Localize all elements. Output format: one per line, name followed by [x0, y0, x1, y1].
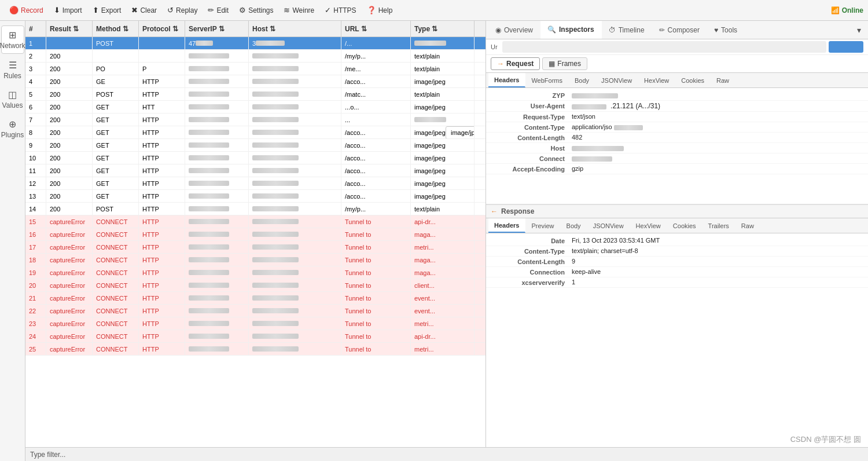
col-header-serverip[interactable]: ServerIP ⇅: [185, 21, 249, 36]
req-sub-tab-jsonview[interactable]: JSONView: [595, 73, 638, 87]
table-row[interactable]: 15captureErrorCONNECTHTTPTunnel toapi-dr…: [25, 215, 486, 228]
tab-timeline[interactable]: ⏱ Timeline: [602, 21, 652, 39]
cell-serverip: [185, 266, 249, 279]
cell-host: [249, 330, 341, 342]
sidebar-item-values[interactable]: ◫ Values: [1, 86, 24, 113]
table-row[interactable]: 20captureErrorCONNECTHTTPTunnel toclient…: [25, 279, 486, 292]
cell-host: [249, 50, 341, 62]
cell-type: [411, 37, 475, 49]
col-header-type[interactable]: Type ⇅: [411, 21, 475, 36]
table-row[interactable]: 12200GETHTTP/acco...image/jpeg: [25, 177, 486, 190]
sidebar-item-plugins[interactable]: ⊕ Plugins: [1, 115, 24, 142]
col-header-host[interactable]: Host ⇅: [249, 21, 341, 36]
settings-button[interactable]: ⚙ Settings: [234, 4, 278, 16]
table-row[interactable]: 25captureErrorCONNECTHTTPTunnel tometri.…: [25, 343, 486, 356]
table-row[interactable]: 2200/my/p...text/plain: [25, 50, 486, 63]
cell-protocol: P: [139, 63, 185, 75]
clear-button[interactable]: ✖ Clear: [127, 4, 161, 16]
table-row[interactable]: 4200GEHTTP/acco...image/jpeg: [25, 75, 486, 88]
table-row[interactable]: 13200GETHTTP/acco...image/jpeg: [25, 190, 486, 203]
cell-url: /matc...: [341, 88, 411, 100]
res-sub-tab-preview[interactable]: Preview: [525, 218, 560, 233]
col-header-result[interactable]: Result ⇅: [46, 21, 93, 36]
res-sub-tab-hexview[interactable]: HexView: [630, 218, 667, 233]
request-tab-btn[interactable]: → Request: [491, 57, 540, 70]
res-sub-tab-headers[interactable]: Headers: [488, 218, 525, 233]
settings-icon: ⚙: [239, 6, 246, 14]
table-row[interactable]: 6200GETHTT...o...image/jpeg: [25, 101, 486, 114]
res-sub-tab-jsonview[interactable]: JSONView: [587, 218, 630, 233]
replay-button[interactable]: ↺ Replay: [163, 4, 202, 16]
https-button[interactable]: ✓ HTTPS: [320, 4, 361, 16]
res-header-row-date: Date Fri, 13 Oct 2023 03:53:41 GMT: [486, 236, 868, 246]
help-button[interactable]: ❓ Help: [362, 4, 398, 16]
blur-placeholder: [252, 104, 299, 109]
res-sub-tab-raw[interactable]: Raw: [735, 218, 760, 233]
sidebar: ⊞ Network ☰ Rules ◫ Values ⊕ Plugins: [0, 21, 25, 461]
req-sub-tab-cookies[interactable]: Cookies: [675, 73, 711, 87]
table-row[interactable]: 21captureErrorCONNECTHTTPTunnel toevent.…: [25, 292, 486, 305]
cell-host: [249, 152, 341, 164]
edit-button[interactable]: ✏ Edit: [203, 4, 233, 16]
cell-num: 8: [25, 126, 46, 138]
req-sub-tab-body[interactable]: Body: [569, 73, 595, 87]
table-row[interactable]: 11200GETHTTP/acco...image/jpeg: [25, 164, 486, 177]
res-sub-tab-body[interactable]: Body: [561, 218, 587, 233]
table-row[interactable]: 14200POSTHTTP/my/p...text/plain: [25, 203, 486, 215]
export-button[interactable]: ⬆ Export: [88, 4, 126, 16]
cell-method: CONNECT: [93, 279, 139, 291]
col-header-url[interactable]: URL ⇅: [341, 21, 411, 36]
res-sub-tab-cookies[interactable]: Cookies: [667, 218, 703, 233]
res-header-row-contentlength: Content-Length 9: [486, 257, 868, 267]
table-row[interactable]: 5200POSTHTTP/matc...text/plain: [25, 88, 486, 101]
col-header-protocol[interactable]: Protocol ⇅: [139, 21, 185, 36]
req-sub-tab-webforms[interactable]: WebForms: [525, 73, 569, 87]
table-row[interactable]: 10200GETHTTP/acco...image/jpeg: [25, 152, 486, 164]
weinre-icon: ≋: [284, 6, 290, 14]
table-row[interactable]: 18captureErrorCONNECTHTTPTunnel tomaga..…: [25, 254, 486, 266]
sidebar-item-rules[interactable]: ☰ Rules: [1, 56, 24, 83]
res-sub-tab-trailers[interactable]: Trailers: [703, 218, 735, 233]
table-row[interactable]: 16captureErrorCONNECTHTTPTunnel tomaga..…: [25, 228, 486, 241]
tab-more-button[interactable]: ▾: [852, 25, 866, 35]
cell-protocol: HTT: [139, 101, 185, 113]
import-button[interactable]: ⬇ Import: [49, 4, 87, 16]
cell-method: POST: [93, 88, 139, 100]
record-button[interactable]: 🔴 Record: [5, 4, 48, 16]
table-row[interactable]: 23captureErrorCONNECTHTTPTunnel tometri.…: [25, 317, 486, 330]
blur-placeholder: [189, 308, 229, 313]
table-row[interactable]: 22captureErrorCONNECTHTTPTunnel toevent.…: [25, 305, 486, 317]
table-row[interactable]: 24captureErrorCONNECTHTTPTunnel toapi-dr…: [25, 330, 486, 343]
filter-label: Type filter...: [30, 451, 65, 459]
table-row[interactable]: 8200GETHTTP/acco... image/jpeg image/jpe…: [25, 126, 486, 139]
table-row[interactable]: 3200POP/me...text/plain: [25, 63, 486, 75]
tab-overview[interactable]: ◉ Overview: [488, 21, 540, 39]
req-header-row-requesttype: Request-Type text/json: [486, 112, 868, 122]
table-row[interactable]: 7200GETHTTP...: [25, 114, 486, 126]
sidebar-item-network[interactable]: ⊞ Network: [1, 25, 24, 54]
col-header-num[interactable]: #: [25, 21, 46, 36]
cell-method: POST: [93, 37, 139, 49]
tab-tools[interactable]: ♥ Tools: [707, 21, 745, 39]
cell-result: 200: [46, 88, 93, 100]
tab-inspectors[interactable]: 🔍 Inspectors: [540, 21, 602, 39]
table-row[interactable]: 1POST47 3 /...: [25, 37, 486, 50]
cell-url: Tunnel to: [341, 343, 411, 355]
req-sub-tab-headers[interactable]: Headers: [488, 73, 525, 87]
req-sub-tab-raw[interactable]: Raw: [711, 73, 735, 87]
req-sub-tab-hexview[interactable]: HexView: [638, 73, 675, 87]
blur-placeholder: [189, 142, 229, 148]
response-headers-table: Date Fri, 13 Oct 2023 03:53:41 GMT Conte…: [486, 233, 868, 290]
table-row[interactable]: 19captureErrorCONNECTHTTPTunnel tomaga..…: [25, 266, 486, 279]
table-row[interactable]: 17captureErrorCONNECTHTTPTunnel tometri.…: [25, 241, 486, 254]
cell-method: [93, 50, 139, 62]
blur-placeholder: [252, 270, 299, 275]
col-header-method[interactable]: Method ⇅: [93, 21, 139, 36]
frames-tab-btn[interactable]: ▦ Frames: [542, 57, 587, 70]
weinre-button[interactable]: ≋ Weinre: [279, 4, 319, 16]
cell-type: maga...: [411, 266, 475, 279]
table-row[interactable]: 9200GETHTTP/acco...image/jpeg: [25, 139, 486, 152]
tab-composer[interactable]: ✏ Composer: [652, 21, 707, 39]
import-icon: ⬇: [54, 6, 60, 14]
cell-method: CONNECT: [93, 228, 139, 240]
